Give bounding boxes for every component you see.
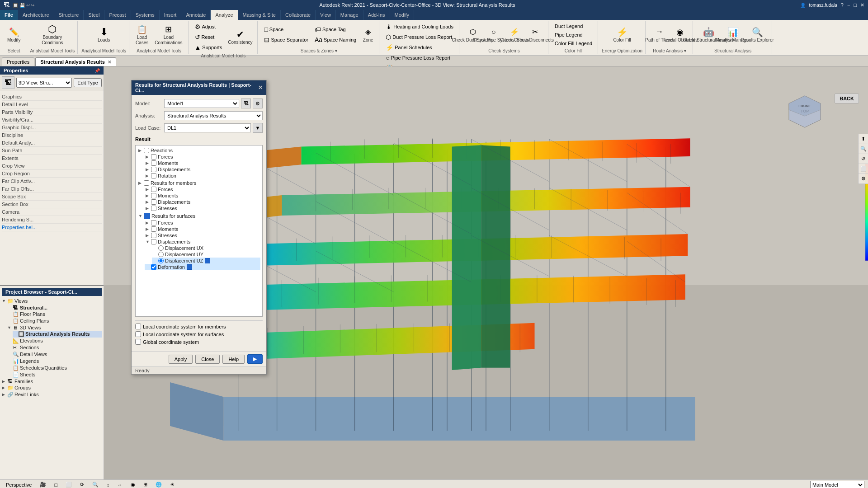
- check-duct-btn[interactable]: ⬡ Check Duct Systems: [463, 22, 483, 47]
- tab-structure[interactable]: Structure: [54, 10, 84, 20]
- duct-legend-btn[interactable]: Duct Legend: [552, 22, 595, 30]
- forces-members[interactable]: ▶ Forces: [145, 186, 260, 192]
- vc-btn-3[interactable]: ↺: [859, 154, 868, 164]
- results-explorer-btn[interactable]: 🔍 Results Explorer: [745, 22, 769, 47]
- tab-steel[interactable]: Steel: [84, 10, 104, 20]
- rotation-reaction[interactable]: ▶ Rotation: [145, 173, 260, 179]
- space-separator-btn[interactable]: ⊟Space Separator: [261, 35, 311, 45]
- moments-reaction-cb[interactable]: [151, 160, 156, 166]
- vb-btn7[interactable]: ◉: [128, 481, 137, 488]
- hvac-loads-btn[interactable]: 🌡Heating and Cooling Loads: [383, 22, 456, 32]
- close-btn[interactable]: ✕: [860, 2, 864, 8]
- pb-details[interactable]: 🔍 Detail Views: [7, 351, 102, 358]
- result-tree[interactable]: ▶ Reactions ▶ Forces ▶: [135, 145, 263, 317]
- tab-view[interactable]: View: [316, 10, 336, 20]
- surfaces-item[interactable]: ▼ Results for surfaces: [137, 212, 260, 220]
- pipe-loss-btn[interactable]: ○Pipe Pressure Loss Report: [383, 53, 456, 63]
- tab-architecture[interactable]: Architecture: [18, 10, 54, 20]
- members-item[interactable]: ▶ Results for members: [137, 180, 260, 186]
- pb-3d[interactable]: ▼ 🖥 3D Views: [7, 324, 102, 331]
- back-button[interactable]: BACK: [835, 94, 859, 103]
- energy-btn[interactable]: ⚡ Color Fill: [610, 22, 634, 47]
- moments-surfaces[interactable]: ▶ Moments: [145, 226, 260, 232]
- moments-reaction[interactable]: ▶ Moments: [145, 160, 260, 166]
- supports-btn[interactable]: ▲Supports: [192, 42, 225, 52]
- reactions-item[interactable]: ▶ Reactions: [137, 147, 260, 154]
- pb-sections[interactable]: ✂ Sections: [7, 344, 102, 351]
- space-btn[interactable]: □Space: [261, 24, 311, 34]
- tab-properties[interactable]: Properties: [2, 57, 34, 66]
- pb-views[interactable]: ▼ 📁 Views: [2, 298, 102, 305]
- space-tag-btn[interactable]: 🏷Space Tag: [312, 24, 359, 34]
- reactions-checkbox[interactable]: [144, 148, 149, 153]
- rotation-reaction-cb[interactable]: [151, 173, 156, 178]
- pb-structural-3d[interactable]: 🔲 Structural Analysis Results: [13, 331, 102, 338]
- color-fill-legend-btn[interactable]: Color Fill Legend: [552, 39, 595, 47]
- moments-members-cb[interactable]: [151, 193, 156, 198]
- tab-file[interactable]: File: [0, 10, 18, 20]
- local-members-cb[interactable]: [135, 324, 141, 329]
- check-pipe-btn[interactable]: ○ Check Pipe Systems: [484, 22, 504, 47]
- window-controls[interactable]: 👤 tomasz.fudala ? − □ ✕: [800, 2, 864, 8]
- duct-loss-btn[interactable]: ⬡Duct Pressure Loss Report: [383, 32, 456, 42]
- disp-uz[interactable]: Displacement UZ: [152, 258, 260, 264]
- stresses-members-cb[interactable]: [151, 206, 156, 211]
- viewport[interactable]: max mid min TOP FRONT BACK ⬆ 🔍 ↺ ⬜ ⚙: [104, 66, 868, 479]
- tab-massing[interactable]: Massing & Site: [238, 10, 281, 20]
- forces-reaction[interactable]: ▶ Forces: [145, 154, 260, 160]
- tab-insert[interactable]: Insert: [160, 10, 182, 20]
- pb-sheets[interactable]: 📄 Sheets: [7, 371, 102, 378]
- robot-btn[interactable]: 🤖 Robot Structural Analysis: [697, 22, 720, 47]
- displacements-members-cb[interactable]: [151, 199, 156, 205]
- forces-surfaces-cb[interactable]: [151, 220, 156, 225]
- tab-modify[interactable]: Modify: [390, 10, 414, 20]
- close-btn[interactable]: Close: [195, 355, 220, 364]
- check-circuits-btn[interactable]: ⚡ Check Circuits: [505, 22, 524, 47]
- dialog-close-btn[interactable]: ✕: [258, 84, 263, 91]
- adjust-btn[interactable]: ⚙Adjust: [192, 22, 225, 32]
- help-btn[interactable]: ?: [841, 2, 844, 8]
- stresses-surfaces[interactable]: ▶ Stresses: [145, 232, 260, 239]
- stresses-members[interactable]: ▶ Stresses: [145, 205, 260, 211]
- displacements-members[interactable]: ▶ Displacements: [145, 199, 260, 205]
- prop-row-prophelp[interactable]: Properties hel...: [2, 224, 102, 231]
- close-tab-btn[interactable]: ✕: [108, 60, 111, 65]
- vb-btn2[interactable]: ⬜: [63, 481, 74, 488]
- max-btn[interactable]: □: [854, 2, 857, 8]
- tab-analyze[interactable]: Analyze: [211, 10, 238, 20]
- loadcase-select[interactable]: DL1: [164, 123, 251, 132]
- vb-btn3[interactable]: ⟳: [78, 481, 86, 488]
- global-coord-cb[interactable]: [135, 339, 141, 345]
- apply-btn[interactable]: Apply: [169, 355, 193, 364]
- pb-legends[interactable]: 📊 Legends: [7, 358, 102, 365]
- loadcase-dropdown-btn[interactable]: ▼: [253, 123, 263, 133]
- vb-btn9[interactable]: 🌐: [153, 481, 164, 488]
- forward-btn[interactable]: ▶: [247, 354, 263, 364]
- vb-btn8[interactable]: ⊞: [141, 481, 150, 488]
- dialog-titlebar[interactable]: Results for Structural Analysis Results …: [132, 80, 266, 95]
- displacements-surfaces-cb[interactable]: [151, 239, 156, 244]
- reveal-obstacles-btn[interactable]: ◉ Reveal Obstacles: [670, 22, 690, 47]
- edit-type-btn[interactable]: Edit Type: [74, 78, 102, 87]
- pb-floor[interactable]: 📋 Floor Plans: [7, 311, 102, 318]
- disp-uy[interactable]: Displacement UY: [152, 251, 260, 258]
- pb-schedules[interactable]: 📋 Schedules/Quantities: [7, 365, 102, 371]
- tab-addins[interactable]: Add-Ins: [363, 10, 390, 20]
- deformation-cb[interactable]: [151, 264, 156, 270]
- pb-structural-stru[interactable]: 🏗 Structural...: [7, 305, 102, 311]
- zone-btn[interactable]: ◈ Zone: [360, 22, 376, 47]
- vb-btn5[interactable]: ↕: [104, 481, 112, 488]
- vb-btn6[interactable]: ↔: [115, 481, 125, 488]
- forces-members-cb[interactable]: [151, 187, 156, 192]
- model-settings-btn[interactable]: ⚙: [253, 99, 263, 108]
- tab-structural-analysis[interactable]: Structural Analysis Results ✕: [35, 57, 116, 66]
- perspective-icon[interactable]: 🎥: [38, 481, 48, 488]
- consistency-btn[interactable]: ✔ Consistency: [226, 24, 255, 50]
- displacements-reaction[interactable]: ▶ Displacements: [145, 166, 260, 173]
- vc-btn-2[interactable]: 🔍: [859, 144, 868, 154]
- tab-manage[interactable]: Manage: [336, 10, 363, 20]
- panel-schedules-btn[interactable]: ⚡Panel Schedules: [383, 42, 456, 52]
- moments-surfaces-cb[interactable]: [151, 226, 156, 232]
- loads-btn[interactable]: ⬇ Loads: [95, 22, 113, 47]
- vb-btn1[interactable]: □: [52, 481, 60, 488]
